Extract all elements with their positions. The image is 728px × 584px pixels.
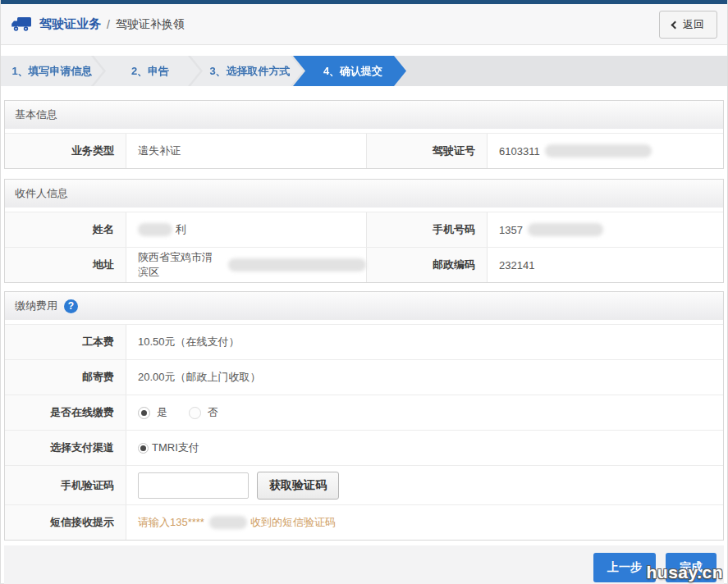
license-no-label: 驾驶证号 bbox=[366, 134, 488, 168]
radio-no-label: 否 bbox=[208, 405, 218, 420]
table-row: 邮寄费 20.00元（邮政上门收取） bbox=[5, 359, 723, 395]
name-label: 姓名 bbox=[5, 212, 126, 247]
radio-unchecked-icon bbox=[189, 407, 201, 419]
redaction-blur bbox=[209, 516, 247, 529]
step-tab-1[interactable]: 1、填写申请信息 bbox=[1, 56, 103, 86]
pay-channel-label: 选择支付渠道 bbox=[5, 431, 126, 465]
breadcrumb-separator: / bbox=[107, 18, 110, 31]
section-payment-header: 缴纳费用 ? bbox=[5, 292, 723, 320]
radio-option-tmri[interactable]: TMRI支付 bbox=[138, 440, 199, 455]
radio-option-yes[interactable]: 是 bbox=[138, 405, 167, 420]
online-pay-label: 是否在线缴费 bbox=[5, 395, 126, 430]
finish-button[interactable]: 完成 bbox=[666, 553, 717, 582]
license-no-value: 6103311 bbox=[488, 134, 723, 168]
redaction-blur bbox=[528, 223, 603, 236]
zip-value: 232141 bbox=[488, 248, 723, 282]
truck-icon bbox=[11, 16, 33, 33]
postage-label: 邮寄费 bbox=[5, 360, 126, 395]
section-recipient-info: 收件人信息 姓名 利 手机号码 1357 地址 陕西省宝鸡市渭滨区 bbox=[4, 179, 724, 283]
footer-bar: 上一步 完成 bbox=[4, 545, 724, 584]
online-pay-options: 是 否 bbox=[126, 395, 723, 430]
radio-yes-label: 是 bbox=[157, 405, 167, 420]
fee-label: 工本费 bbox=[5, 325, 126, 359]
radio-checked-icon bbox=[138, 407, 150, 419]
back-button[interactable]: 返回 bbox=[659, 11, 717, 39]
header-bar: 驾驶证业务 / 驾驶证补换领 返回 bbox=[1, 4, 727, 45]
captcha-label: 手机验证码 bbox=[5, 466, 126, 504]
table-row: 手机验证码 获取验证码 bbox=[5, 465, 723, 504]
fee-value: 10.50元（在线支付） bbox=[126, 325, 723, 359]
section-payment: 缴纳费用 ? 工本费 10.50元（在线支付） 邮寄费 20.00元（邮政上门收… bbox=[4, 291, 724, 541]
sms-hint-label: 短信接收提示 bbox=[5, 505, 126, 540]
step-tab-4-active[interactable]: 4、确认提交 bbox=[293, 56, 406, 86]
previous-step-button[interactable]: 上一步 bbox=[593, 553, 656, 582]
postage-value: 20.00元（邮政上门收取） bbox=[126, 360, 723, 395]
captcha-controls: 获取验证码 bbox=[126, 466, 723, 504]
get-captcha-button[interactable]: 获取验证码 bbox=[257, 472, 339, 500]
section-recipient-header: 收件人信息 bbox=[5, 180, 723, 208]
sms-hint-text: 请输入135**** 收到的短信验证码 bbox=[126, 505, 723, 540]
section-basic-header: 基本信息 bbox=[5, 101, 723, 129]
breadcrumb-business-title: 驾驶证业务 bbox=[39, 16, 101, 32]
main-content: 基本信息 业务类型 遗失补证 驾驶证号 6103311 收件人信息 bbox=[1, 100, 727, 541]
phone-value: 1357 bbox=[488, 212, 723, 247]
business-type-label: 业务类型 bbox=[5, 134, 126, 168]
step-tab-3[interactable]: 3、选择取件方式 bbox=[190, 56, 303, 86]
address-value: 陕西省宝鸡市渭滨区 bbox=[126, 248, 366, 282]
table-row: 姓名 利 手机号码 1357 bbox=[5, 212, 723, 247]
phone-label: 手机号码 bbox=[366, 212, 488, 247]
page: 驾驶证业务 / 驾驶证补换领 返回 1、填写申请信息 2、申告 3、选择取件方式… bbox=[0, 0, 728, 584]
redaction-blur bbox=[545, 144, 652, 157]
breadcrumb-page-title: 驾驶证补换领 bbox=[116, 17, 185, 32]
captcha-input[interactable] bbox=[138, 472, 249, 499]
chevron-left-icon bbox=[671, 21, 680, 29]
pay-channel-options: TMRI支付 bbox=[126, 431, 723, 465]
tmri-pay-label: TMRI支付 bbox=[152, 440, 199, 455]
redaction-blur bbox=[228, 258, 366, 271]
back-button-label: 返回 bbox=[683, 17, 704, 32]
table-row: 工本费 10.50元（在线支付） bbox=[5, 324, 723, 359]
business-type-value: 遗失补证 bbox=[126, 134, 366, 168]
table-row: 是否在线缴费 是 否 bbox=[5, 395, 723, 430]
zip-label: 邮政编码 bbox=[366, 248, 488, 282]
section-basic-info: 基本信息 业务类型 遗失补证 驾驶证号 6103311 bbox=[4, 100, 724, 169]
section-recipient-title: 收件人信息 bbox=[15, 186, 68, 201]
table-row: 地址 陕西省宝鸡市渭滨区 邮政编码 232141 bbox=[5, 247, 723, 282]
radio-option-no[interactable]: 否 bbox=[189, 405, 218, 420]
section-basic-title: 基本信息 bbox=[15, 107, 57, 122]
table-row: 选择支付渠道 TMRI支付 bbox=[5, 430, 723, 465]
table-row: 业务类型 遗失补证 驾驶证号 6103311 bbox=[5, 133, 723, 168]
question-mark-icon[interactable]: ? bbox=[64, 299, 78, 313]
name-value: 利 bbox=[126, 212, 366, 247]
step-tab-2[interactable]: 2、申告 bbox=[94, 56, 200, 86]
redaction-blur bbox=[138, 223, 172, 236]
radio-checked-icon bbox=[138, 443, 149, 454]
section-payment-title: 缴纳费用 bbox=[15, 299, 57, 313]
step-tabs: 1、填写申请信息 2、申告 3、选择取件方式 4、确认提交 bbox=[1, 56, 727, 86]
address-label: 地址 bbox=[5, 248, 126, 282]
table-row: 短信接收提示 请输入135**** 收到的短信验证码 bbox=[5, 504, 723, 540]
